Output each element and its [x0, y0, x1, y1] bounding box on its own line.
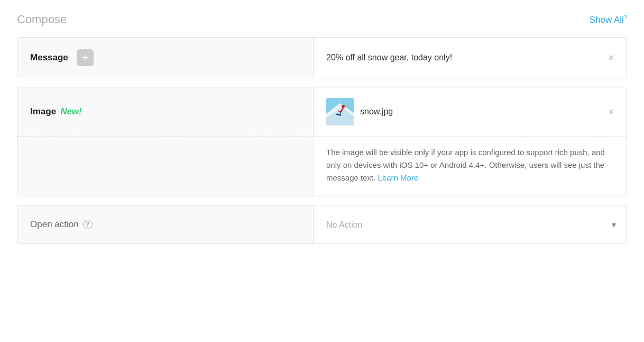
open-action-value-cell: No Action Open URL Deep Link Custom ▾: [314, 205, 627, 244]
image-info-spacer: [17, 137, 314, 196]
image-info-row: The image will be visible only if your a…: [17, 137, 627, 196]
message-close-button[interactable]: ×: [606, 51, 616, 65]
image-row: Image New!: [17, 87, 627, 137]
page-header: Compose Show All?: [17, 13, 627, 26]
message-add-button[interactable]: +: [77, 49, 94, 66]
show-all-link[interactable]: Show All?: [590, 14, 627, 25]
image-info-text: The image will be visible only if your a…: [314, 137, 627, 196]
image-thumbnail: [326, 98, 354, 125]
image-label: Image: [30, 106, 56, 117]
message-row: Message + 20% off all snow gear, today o…: [17, 38, 627, 78]
message-label-cell: Message +: [17, 38, 314, 78]
message-value-cell: 20% off all snow gear, today only! ×: [314, 38, 627, 78]
image-label-cell: Image New!: [17, 87, 314, 136]
open-action-label-cell: Open action ?: [17, 205, 314, 244]
image-new-badge: New!: [60, 106, 82, 117]
message-label: Message: [30, 52, 68, 63]
page-title: Compose: [17, 13, 67, 26]
message-value: 20% off all snow gear, today only!: [326, 53, 452, 62]
open-action-section: Open action ? No Action Open URL Deep Li…: [17, 205, 627, 244]
image-value-cell: snow.jpg ×: [314, 87, 627, 136]
open-action-dropdown[interactable]: No Action Open URL Deep Link Custom: [326, 220, 614, 229]
svg-point-3: [342, 105, 345, 108]
learn-more-link[interactable]: Learn More: [378, 173, 419, 182]
image-close-button[interactable]: ×: [606, 105, 616, 119]
image-section: Image New!: [17, 87, 627, 196]
open-action-label: Open action: [30, 219, 79, 230]
open-action-help-icon[interactable]: ?: [83, 220, 93, 229]
message-section: Message + 20% off all snow gear, today o…: [17, 37, 627, 78]
image-filename: snow.jpg: [360, 107, 393, 116]
open-action-row: Open action ? No Action Open URL Deep Li…: [17, 205, 627, 244]
